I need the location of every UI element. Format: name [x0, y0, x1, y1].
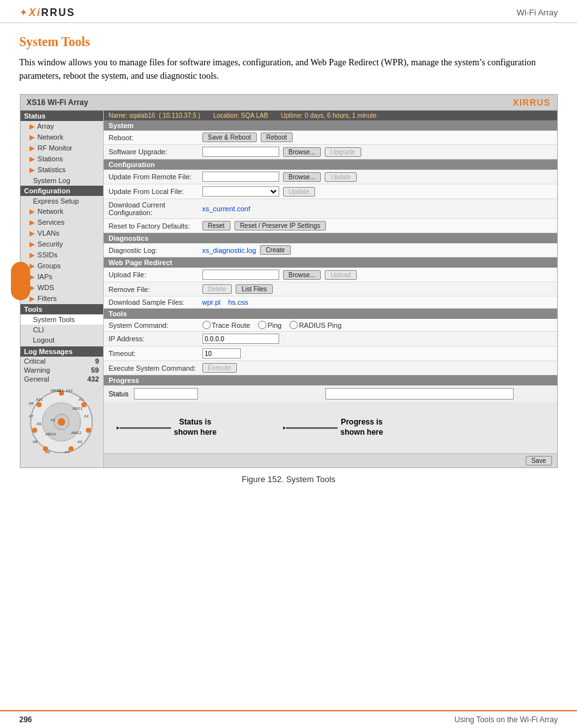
sidebar-item-stations[interactable]: ▶ Stations	[20, 154, 103, 165]
download-sample-row: Download Sample Files: wpr.pl hs.css	[104, 296, 557, 309]
svg-text:A1: A1	[79, 398, 84, 401]
page-title: System Tools	[19, 35, 558, 49]
progress-arrow-group: Progress isshown here	[283, 417, 384, 437]
ip-address-row: IP Address:	[104, 332, 557, 346]
status-arrow-icon	[117, 418, 174, 437]
ip-address-input[interactable]	[202, 334, 279, 344]
status-label-text: Status	[109, 390, 129, 398]
list-files-button[interactable]: List Files	[236, 284, 272, 294]
log-general-count: 432	[87, 375, 99, 383]
remote-file-input[interactable]	[202, 172, 279, 182]
diag-log-value: xs_diagnostic.log	[202, 247, 256, 254]
reboot-label: Reboot:	[109, 134, 199, 142]
trace-route-radio[interactable]	[202, 321, 211, 329]
sidebar-item-expresssetup[interactable]: Express Setup	[20, 196, 103, 206]
radius-ping-radio[interactable]	[289, 321, 298, 329]
ping-radio[interactable]	[258, 321, 266, 329]
system-command-label: System Command:	[109, 321, 199, 329]
sidebar-item-rfmonitor[interactable]: ▶ RF Monitor	[20, 143, 103, 154]
remove-file-row: Remove File: Delete List Files	[104, 282, 557, 296]
sidebar-log-header: Log Messages	[20, 346, 103, 357]
svg-text:A10: A10	[36, 398, 43, 401]
execute-row: Execute System Command: Execute	[104, 361, 557, 375]
sidebar-item-filters[interactable]: ▶ Filters	[20, 293, 103, 304]
sidebar-item-vlans[interactable]: ▶ VLANs	[20, 228, 103, 239]
footer-right-text: Using Tools on the Wi-Fi Array	[455, 715, 558, 724]
log-warning-label: Warning	[24, 366, 51, 374]
upload-file-label: Upload File:	[109, 271, 199, 279]
logo: ✦ XiRRUS	[19, 6, 75, 19]
svg-text:A7: A7	[29, 414, 34, 418]
annotation-area: Status isshown here Progress i	[104, 402, 557, 453]
sidebar-item-wds[interactable]: ▶ WDS	[20, 282, 103, 293]
upload-file-row: Upload File: Browse... Upload	[104, 268, 557, 282]
sidebar-item-network[interactable]: ▶ Network	[20, 132, 103, 143]
upload-browse-button[interactable]: Browse...	[283, 270, 321, 280]
local-file-select[interactable]	[202, 186, 279, 197]
upload-file-input[interactable]	[202, 270, 279, 280]
save-button[interactable]: Save	[526, 456, 552, 465]
reset-button[interactable]: Reset	[202, 221, 231, 231]
svg-text:A3: A3	[77, 440, 83, 444]
progress-bar	[325, 388, 513, 400]
sidebar-item-services[interactable]: ▶ Services	[20, 217, 103, 228]
info-location-label: Location: SQA LAB	[213, 112, 268, 119]
svg-text:ABG4: ABG4	[51, 389, 61, 392]
svg-point-3	[58, 418, 65, 426]
upgrade-file-input[interactable]	[202, 147, 279, 157]
reset-row: Reset to Factory Defaults: Reset Reset /…	[104, 219, 557, 233]
log-critical-label: Critical	[24, 357, 46, 365]
upgrade-browse-button[interactable]: Browse...	[283, 147, 321, 157]
log-critical-count: 9	[95, 357, 99, 365]
svg-text:A6: A6	[33, 440, 38, 444]
svg-text:A2: A2	[84, 414, 89, 418]
reset-preserve-button[interactable]: Reset / Preserve IP Settings	[234, 221, 326, 231]
progress-section-header: Progress	[104, 375, 557, 385]
sidebar-item-statistics[interactable]: ▶ Statistics	[20, 165, 103, 175]
sidebar-item-security[interactable]: ▶ Security	[20, 239, 103, 250]
page-footer: 296 Using Tools on the Wi-Fi Array	[0, 710, 577, 728]
tools-section-header: Tools	[104, 309, 557, 319]
execute-button[interactable]: Execute	[202, 363, 237, 373]
upgrade-button[interactable]: Upgrade	[325, 147, 361, 157]
download-config-value: xs_current.conf	[202, 205, 250, 213]
remote-file-label: Update From Remote File:	[109, 173, 199, 181]
info-location-value: SQA LAB	[241, 112, 268, 119]
sidebar-item-network2[interactable]: ▶ Network	[20, 206, 103, 217]
sidebar-item-logout[interactable]: Logout	[20, 335, 103, 345]
reboot-button[interactable]: Reboot	[261, 133, 293, 142]
save-reboot-button[interactable]: Save & Reboot	[202, 133, 257, 142]
delete-button[interactable]: Delete	[202, 284, 232, 294]
local-update-button[interactable]: Update	[283, 187, 315, 197]
sidebar-item-systemtools[interactable]: System Tools	[20, 314, 103, 325]
sidebar-item-array[interactable]: ▶ Array	[20, 121, 103, 132]
ping-radio-item[interactable]: Ping	[258, 321, 282, 329]
remote-update-button[interactable]: Update	[325, 172, 357, 182]
timeout-row: Timeout:	[104, 346, 557, 361]
radio-group: Trace Route Ping RADIUS Ping	[202, 321, 342, 329]
trace-route-radio-item[interactable]: Trace Route	[202, 321, 250, 329]
log-critical-row: Critical 9	[20, 357, 103, 366]
create-diag-button[interactable]: Create	[260, 245, 291, 255]
page-description: This window allows you to manage files f…	[19, 56, 558, 83]
timeout-input[interactable]	[202, 348, 241, 359]
local-file-label: Update From Local File:	[109, 188, 199, 195]
diag-log-row: Diagnostic Log: xs_diagnostic.log Create	[104, 243, 557, 257]
sidebar-item-syslog[interactable]: System Log	[20, 175, 103, 186]
diagnostics-section-header: Diagnostics	[104, 233, 557, 243]
upload-button[interactable]: Upload	[325, 270, 357, 280]
info-bar: Name: sqalab16 ( 10.110.37.5 ) Location:…	[104, 111, 557, 120]
radius-ping-radio-item[interactable]: RADIUS Ping	[289, 321, 342, 329]
svg-text:A12: A12	[66, 389, 73, 392]
sidebar-item-groups[interactable]: ▶ Groups	[20, 261, 103, 271]
download-sample-css: hs.css	[228, 298, 248, 306]
svg-text:A4: A4	[65, 450, 70, 454]
figure-caption: Figure 152. System Tools	[19, 474, 558, 484]
remote-browse-button[interactable]: Browse...	[283, 172, 321, 182]
sidebar-item-iaps[interactable]: ▶ IAPs	[20, 271, 103, 282]
progress-arrow-icon	[283, 418, 341, 437]
sidebar-item-ssids[interactable]: ▶ SSIDs	[20, 250, 103, 261]
screenshot-body: Status ▶ Array ▶ Network ▶ RF Monitor ▶ …	[20, 111, 557, 467]
upgrade-row: Software Upgrade: Browse... Upgrade	[104, 145, 557, 159]
sidebar-item-cli[interactable]: CLI	[20, 325, 103, 335]
